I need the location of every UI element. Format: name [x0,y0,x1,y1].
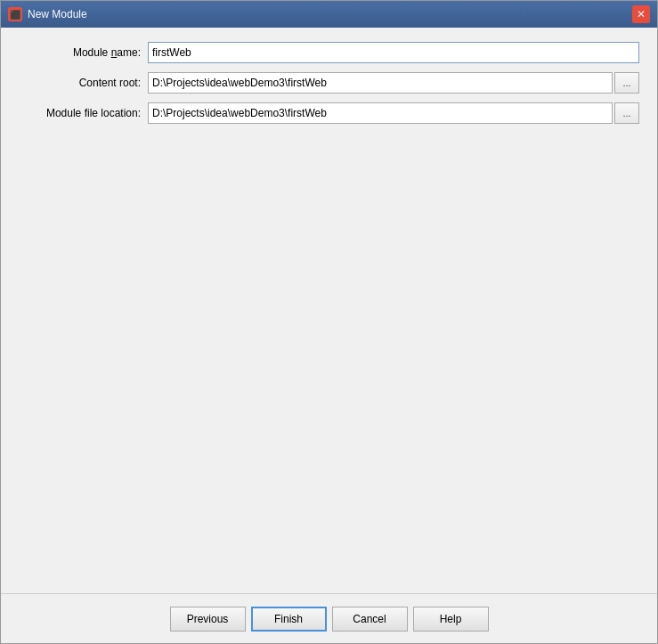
content-root-label: Content root: [19,77,148,89]
module-name-row: Module name: [19,42,639,63]
dialog-title: New Module [28,8,87,20]
cancel-button[interactable]: Cancel [332,607,408,632]
finish-button[interactable]: Finish [251,607,327,632]
module-name-input[interactable] [148,42,639,63]
button-bar: Previous Finish Cancel Help [1,593,657,643]
content-area: Module name: Content root: ... Module fi… [1,28,657,593]
close-button[interactable]: ✕ [632,5,650,23]
new-module-dialog: ⬛ New Module ✕ Module name: Content root… [0,0,658,644]
module-file-location-row: Module file location: ... [19,102,639,124]
title-bar: ⬛ New Module ✕ [1,1,657,28]
content-root-browse-button[interactable]: ... [614,72,639,94]
help-button[interactable]: Help [413,607,489,632]
module-name-label: Module name: [19,46,148,59]
module-file-location-input[interactable] [148,102,613,124]
module-file-location-browse-button[interactable]: ... [614,102,639,124]
app-icon: ⬛ [8,7,22,21]
content-root-row: Content root: ... [19,72,639,94]
title-bar-left: ⬛ New Module [8,7,87,21]
module-file-location-input-group: ... [148,102,639,124]
previous-button[interactable]: Previous [170,607,246,632]
content-root-input-group: ... [148,72,639,94]
module-file-location-label: Module file location: [19,107,148,119]
content-root-input[interactable] [148,72,613,94]
